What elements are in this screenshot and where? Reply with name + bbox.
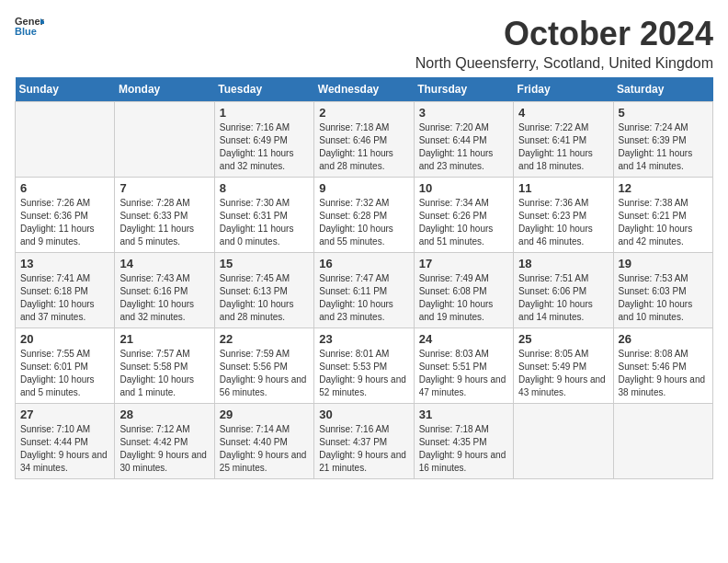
day-number: 20 bbox=[20, 332, 109, 346]
day-number: 29 bbox=[220, 408, 309, 421]
calendar-empty-cell bbox=[613, 404, 712, 479]
day-info: Sunrise: 7:53 AM Sunset: 6:03 PM Dayligh… bbox=[619, 272, 708, 324]
day-number: 22 bbox=[220, 332, 309, 346]
calendar-empty-cell bbox=[16, 102, 115, 178]
calendar-day-27: 27Sunrise: 7:10 AM Sunset: 4:44 PM Dayli… bbox=[16, 404, 115, 479]
day-info: Sunrise: 7:26 AM Sunset: 6:36 PM Dayligh… bbox=[20, 197, 109, 248]
calendar-day-2: 2Sunrise: 7:18 AM Sunset: 6:46 PM Daylig… bbox=[314, 102, 414, 178]
day-number: 3 bbox=[419, 106, 508, 120]
calendar-day-10: 10Sunrise: 7:34 AM Sunset: 6:26 PM Dayli… bbox=[414, 178, 513, 253]
calendar-day-26: 26Sunrise: 8:08 AM Sunset: 5:46 PM Dayli… bbox=[613, 328, 712, 404]
calendar-header-sunday: Sunday bbox=[16, 77, 115, 102]
calendar-day-14: 14Sunrise: 7:43 AM Sunset: 6:16 PM Dayli… bbox=[115, 253, 214, 328]
calendar-header-row: SundayMondayTuesdayWednesdayThursdayFrid… bbox=[16, 77, 713, 102]
calendar-day-20: 20Sunrise: 7:55 AM Sunset: 6:01 PM Dayli… bbox=[16, 328, 115, 404]
day-number: 23 bbox=[319, 332, 408, 346]
calendar-header-friday: Friday bbox=[514, 77, 613, 102]
day-number: 28 bbox=[119, 408, 209, 421]
day-info: Sunrise: 7:24 AM Sunset: 6:39 PM Dayligh… bbox=[619, 121, 708, 173]
day-number: 19 bbox=[619, 257, 708, 270]
calendar-day-9: 9Sunrise: 7:32 AM Sunset: 6:28 PM Daylig… bbox=[314, 178, 414, 253]
day-info: Sunrise: 7:20 AM Sunset: 6:44 PM Dayligh… bbox=[419, 121, 508, 173]
day-number: 30 bbox=[319, 408, 408, 421]
calendar-header-monday: Monday bbox=[115, 77, 214, 102]
calendar-day-3: 3Sunrise: 7:20 AM Sunset: 6:44 PM Daylig… bbox=[414, 102, 513, 178]
calendar-day-21: 21Sunrise: 7:57 AM Sunset: 5:58 PM Dayli… bbox=[115, 328, 214, 404]
day-number: 27 bbox=[20, 408, 109, 421]
day-number: 24 bbox=[419, 332, 508, 346]
day-info: Sunrise: 7:49 AM Sunset: 6:08 PM Dayligh… bbox=[419, 272, 508, 324]
day-number: 5 bbox=[619, 106, 708, 120]
calendar-day-11: 11Sunrise: 7:36 AM Sunset: 6:23 PM Dayli… bbox=[514, 178, 613, 253]
day-number: 25 bbox=[518, 332, 608, 346]
calendar-empty-cell bbox=[514, 404, 613, 479]
day-number: 14 bbox=[119, 257, 209, 270]
month-title: October 2024 bbox=[415, 15, 713, 53]
calendar-header-saturday: Saturday bbox=[613, 77, 712, 102]
calendar-day-31: 31Sunrise: 7:18 AM Sunset: 4:35 PM Dayli… bbox=[414, 404, 513, 479]
calendar-header-tuesday: Tuesday bbox=[214, 77, 313, 102]
day-info: Sunrise: 7:18 AM Sunset: 6:46 PM Dayligh… bbox=[319, 121, 408, 173]
calendar-day-30: 30Sunrise: 7:16 AM Sunset: 4:37 PM Dayli… bbox=[314, 404, 414, 479]
day-info: Sunrise: 7:43 AM Sunset: 6:16 PM Dayligh… bbox=[119, 272, 209, 324]
calendar-day-19: 19Sunrise: 7:53 AM Sunset: 6:03 PM Dayli… bbox=[613, 253, 712, 328]
day-number: 18 bbox=[518, 257, 608, 270]
calendar-day-25: 25Sunrise: 8:05 AM Sunset: 5:49 PM Dayli… bbox=[514, 328, 613, 404]
calendar-day-6: 6Sunrise: 7:26 AM Sunset: 6:36 PM Daylig… bbox=[16, 178, 115, 253]
day-info: Sunrise: 7:34 AM Sunset: 6:26 PM Dayligh… bbox=[419, 197, 508, 248]
svg-text:Blue: Blue bbox=[15, 26, 37, 37]
day-info: Sunrise: 7:16 AM Sunset: 6:49 PM Dayligh… bbox=[220, 121, 309, 173]
day-info: Sunrise: 8:08 AM Sunset: 5:46 PM Dayligh… bbox=[619, 348, 708, 399]
logo: General Blue bbox=[15, 15, 44, 40]
day-number: 15 bbox=[220, 257, 309, 270]
calendar-day-7: 7Sunrise: 7:28 AM Sunset: 6:33 PM Daylig… bbox=[115, 178, 214, 253]
calendar-day-18: 18Sunrise: 7:51 AM Sunset: 6:06 PM Dayli… bbox=[514, 253, 613, 328]
day-number: 26 bbox=[619, 332, 708, 346]
day-info: Sunrise: 8:03 AM Sunset: 5:51 PM Dayligh… bbox=[419, 348, 508, 399]
calendar-header-wednesday: Wednesday bbox=[314, 77, 414, 102]
calendar-day-13: 13Sunrise: 7:41 AM Sunset: 6:18 PM Dayli… bbox=[16, 253, 115, 328]
calendar-day-15: 15Sunrise: 7:45 AM Sunset: 6:13 PM Dayli… bbox=[214, 253, 313, 328]
calendar-day-24: 24Sunrise: 8:03 AM Sunset: 5:51 PM Dayli… bbox=[414, 328, 513, 404]
calendar-day-28: 28Sunrise: 7:12 AM Sunset: 4:42 PM Dayli… bbox=[115, 404, 214, 479]
day-info: Sunrise: 7:32 AM Sunset: 6:28 PM Dayligh… bbox=[319, 197, 408, 248]
calendar-day-12: 12Sunrise: 7:38 AM Sunset: 6:21 PM Dayli… bbox=[613, 178, 712, 253]
day-number: 9 bbox=[319, 181, 408, 195]
day-info: Sunrise: 8:01 AM Sunset: 5:53 PM Dayligh… bbox=[319, 348, 408, 399]
day-info: Sunrise: 7:57 AM Sunset: 5:58 PM Dayligh… bbox=[119, 348, 209, 399]
calendar-day-16: 16Sunrise: 7:47 AM Sunset: 6:11 PM Dayli… bbox=[314, 253, 414, 328]
day-info: Sunrise: 7:59 AM Sunset: 5:56 PM Dayligh… bbox=[220, 348, 309, 399]
day-info: Sunrise: 7:55 AM Sunset: 6:01 PM Dayligh… bbox=[20, 348, 109, 399]
day-number: 6 bbox=[20, 181, 109, 195]
calendar-day-17: 17Sunrise: 7:49 AM Sunset: 6:08 PM Dayli… bbox=[414, 253, 513, 328]
day-info: Sunrise: 7:28 AM Sunset: 6:33 PM Dayligh… bbox=[119, 197, 209, 248]
day-info: Sunrise: 7:41 AM Sunset: 6:18 PM Dayligh… bbox=[20, 272, 109, 324]
calendar-day-8: 8Sunrise: 7:30 AM Sunset: 6:31 PM Daylig… bbox=[214, 178, 313, 253]
day-info: Sunrise: 7:36 AM Sunset: 6:23 PM Dayligh… bbox=[518, 197, 608, 248]
calendar-day-23: 23Sunrise: 8:01 AM Sunset: 5:53 PM Dayli… bbox=[314, 328, 414, 404]
calendar-day-4: 4Sunrise: 7:22 AM Sunset: 6:41 PM Daylig… bbox=[514, 102, 613, 178]
calendar-week-row: 1Sunrise: 7:16 AM Sunset: 6:49 PM Daylig… bbox=[16, 102, 713, 178]
day-number: 1 bbox=[220, 106, 309, 120]
logo-svg: General Blue bbox=[15, 15, 44, 40]
day-number: 8 bbox=[220, 181, 309, 195]
day-info: Sunrise: 7:47 AM Sunset: 6:11 PM Dayligh… bbox=[319, 272, 408, 324]
day-number: 21 bbox=[119, 332, 209, 346]
day-info: Sunrise: 7:45 AM Sunset: 6:13 PM Dayligh… bbox=[220, 272, 309, 324]
calendar-table: SundayMondayTuesdayWednesdayThursdayFrid… bbox=[15, 77, 713, 479]
calendar-empty-cell bbox=[115, 102, 214, 178]
day-info: Sunrise: 7:10 AM Sunset: 4:44 PM Dayligh… bbox=[20, 423, 109, 475]
day-info: Sunrise: 7:38 AM Sunset: 6:21 PM Dayligh… bbox=[619, 197, 708, 248]
day-info: Sunrise: 7:14 AM Sunset: 4:40 PM Dayligh… bbox=[220, 423, 309, 475]
day-info: Sunrise: 7:30 AM Sunset: 6:31 PM Dayligh… bbox=[220, 197, 309, 248]
day-number: 7 bbox=[119, 181, 209, 195]
day-number: 4 bbox=[518, 106, 608, 120]
title-area: October 2024 North Queensferry, Scotland… bbox=[415, 15, 713, 72]
day-info: Sunrise: 7:12 AM Sunset: 4:42 PM Dayligh… bbox=[119, 423, 209, 475]
day-number: 11 bbox=[518, 181, 608, 195]
calendar-week-row: 27Sunrise: 7:10 AM Sunset: 4:44 PM Dayli… bbox=[16, 404, 713, 479]
day-info: Sunrise: 8:05 AM Sunset: 5:49 PM Dayligh… bbox=[518, 348, 608, 399]
calendar-day-22: 22Sunrise: 7:59 AM Sunset: 5:56 PM Dayli… bbox=[214, 328, 313, 404]
day-number: 13 bbox=[20, 257, 109, 270]
calendar-week-row: 13Sunrise: 7:41 AM Sunset: 6:18 PM Dayli… bbox=[16, 253, 713, 328]
